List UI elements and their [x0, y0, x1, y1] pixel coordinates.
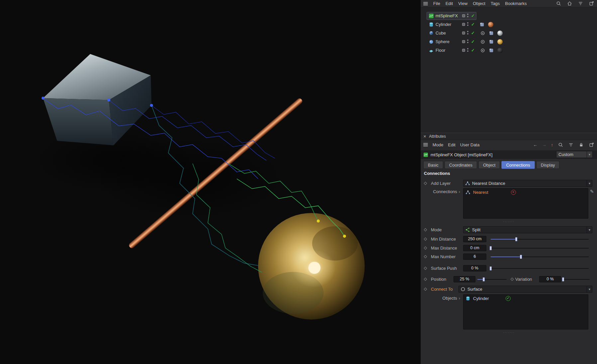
surface-push-field[interactable]: 0 %	[463, 265, 486, 271]
max-distance-field[interactable]: 0 cm	[463, 245, 486, 251]
max-number-slider[interactable]	[491, 256, 589, 257]
object-item-cylinder[interactable]: Cylinder ✓	[463, 295, 588, 302]
slider-handle[interactable]	[515, 237, 517, 241]
min-distance-slider[interactable]	[491, 239, 589, 240]
history-back-icon[interactable]: ←	[533, 142, 538, 147]
filter-icon[interactable]	[568, 142, 574, 148]
edit-pencil-icon[interactable]: ✎	[590, 189, 594, 194]
visibility-dots-icon[interactable]	[467, 48, 468, 52]
menu-mode[interactable]: Mode	[433, 142, 444, 147]
menu-tags[interactable]: Tags	[491, 1, 500, 6]
material-thumbnail-dark[interactable]	[497, 48, 503, 53]
menu-edit[interactable]: Edit	[446, 1, 453, 6]
tab-coordinates[interactable]: Coordinates	[445, 161, 477, 169]
eye-icon[interactable]	[480, 48, 485, 53]
object-row-floor[interactable]: Floor ✓	[421, 46, 597, 55]
lock-icon[interactable]	[578, 142, 584, 148]
max-distance-slider[interactable]	[491, 248, 589, 249]
object-name[interactable]: Floor	[436, 46, 446, 55]
min-distance-field[interactable]: 250 cm	[463, 236, 486, 242]
slider-handle[interactable]	[562, 277, 564, 281]
connection-item-nearest[interactable]: Nearest ✕	[463, 188, 588, 196]
chevron-down-icon: ▾	[587, 286, 590, 292]
layer-chip-icon[interactable]	[462, 49, 465, 52]
object-name[interactable]: mtSplineFX	[436, 12, 458, 20]
phong-tag-icon[interactable]	[480, 22, 484, 27]
variation-field[interactable]: 0 %	[539, 276, 561, 282]
object-item-name[interactable]: Cylinder	[473, 296, 489, 301]
phong-tag-icon[interactable]	[489, 31, 494, 36]
material-thumbnail-gold[interactable]	[497, 39, 503, 44]
object-row-cube[interactable]: Cube ✓	[421, 29, 597, 37]
visibility-dots-icon[interactable]	[467, 14, 468, 17]
resize-handle-dots[interactable]: ·······	[421, 331, 597, 334]
object-name[interactable]: Sphere	[436, 37, 449, 46]
enable-check-icon[interactable]: ✓	[471, 29, 475, 37]
preset-dropdown[interactable]: Custom ▾	[556, 151, 593, 158]
enable-check-icon[interactable]: ✓	[471, 12, 475, 20]
sphere-object	[258, 213, 365, 320]
hamburger-menu-icon[interactable]	[423, 143, 428, 146]
phong-tag-icon[interactable]	[489, 39, 494, 44]
add-layer-dropdown[interactable]: Nearest Distance ▾	[463, 180, 592, 187]
objects-listbox[interactable]: Cylinder ✓	[463, 294, 588, 329]
slider-handle[interactable]	[490, 246, 492, 250]
enable-check-icon[interactable]: ✓	[471, 37, 475, 46]
menu-object[interactable]: Object	[473, 1, 485, 6]
search-icon[interactable]	[556, 1, 561, 6]
position-field[interactable]: 25 %	[453, 276, 475, 282]
layer-chip-icon[interactable]	[462, 40, 465, 43]
home-icon[interactable]	[567, 1, 572, 6]
layer-chip-icon[interactable]	[462, 32, 465, 35]
open-in-new-icon[interactable]	[589, 142, 594, 148]
menu-file[interactable]: File	[433, 1, 440, 6]
tab-connections[interactable]: Connections	[501, 161, 535, 169]
eye-icon[interactable]	[480, 31, 485, 36]
menu-user-data[interactable]: User Data	[460, 142, 480, 147]
slider-handle[interactable]	[520, 255, 522, 259]
visibility-dots-icon[interactable]	[467, 39, 468, 43]
resize-handle-dots[interactable]: ·······	[421, 220, 597, 223]
material-thumbnail-copper[interactable]	[488, 22, 493, 27]
position-slider[interactable]	[477, 279, 507, 280]
delete-connection-icon[interactable]: ✕	[511, 190, 516, 195]
object-name[interactable]: Cylinder	[436, 20, 451, 29]
visibility-dots-icon[interactable]	[467, 22, 468, 26]
close-icon[interactable]: ✕	[423, 134, 426, 139]
connect-to-dropdown[interactable]: Surface ▾	[458, 286, 592, 293]
visibility-dots-icon[interactable]	[467, 31, 468, 35]
slider-handle[interactable]	[490, 266, 492, 270]
object-row-cylinder[interactable]: Cylinder ✓	[421, 20, 597, 29]
object-name[interactable]: Cube	[436, 29, 446, 37]
material-thumbnail-gray[interactable]	[497, 31, 503, 36]
mode-dropdown[interactable]: Split ▾	[463, 226, 592, 233]
connection-name[interactable]: Nearest	[473, 190, 488, 195]
layer-chip-icon[interactable]	[462, 14, 465, 17]
eye-icon[interactable]	[480, 39, 485, 44]
tab-basic[interactable]: Basic	[423, 161, 443, 169]
menu-bookmarks[interactable]: Bookmarks	[505, 1, 527, 6]
tab-object[interactable]: Object	[478, 161, 500, 169]
tab-display[interactable]: Display	[536, 161, 560, 169]
max-number-field[interactable]: 6	[463, 254, 486, 260]
layer-chip-icon[interactable]	[462, 23, 465, 26]
enable-check-icon[interactable]: ✓	[471, 46, 475, 55]
object-row-mtsplinefx[interactable]: mtSplineFX ✓	[421, 12, 597, 20]
new-window-icon[interactable]	[589, 1, 594, 6]
menu-view[interactable]: View	[458, 1, 467, 6]
menu-edit[interactable]: Edit	[448, 142, 455, 147]
filter-icon[interactable]	[578, 1, 583, 6]
object-row-sphere[interactable]: Sphere ✓	[421, 37, 597, 46]
search-icon[interactable]	[558, 142, 563, 148]
connections-listbox[interactable]: Nearest ✕	[463, 188, 588, 219]
variation-slider[interactable]	[563, 279, 590, 280]
slider-handle[interactable]	[483, 277, 485, 281]
viewport-3d[interactable]	[0, 0, 420, 364]
hamburger-menu-icon[interactable]	[423, 2, 428, 5]
surface-push-slider[interactable]	[491, 268, 589, 269]
parent-up-icon[interactable]: ↑	[551, 142, 553, 147]
history-forward-icon[interactable]: →	[542, 142, 547, 147]
enable-check-icon[interactable]: ✓	[471, 20, 475, 29]
scene-render	[0, 0, 420, 364]
phong-tag-icon[interactable]	[489, 48, 494, 53]
